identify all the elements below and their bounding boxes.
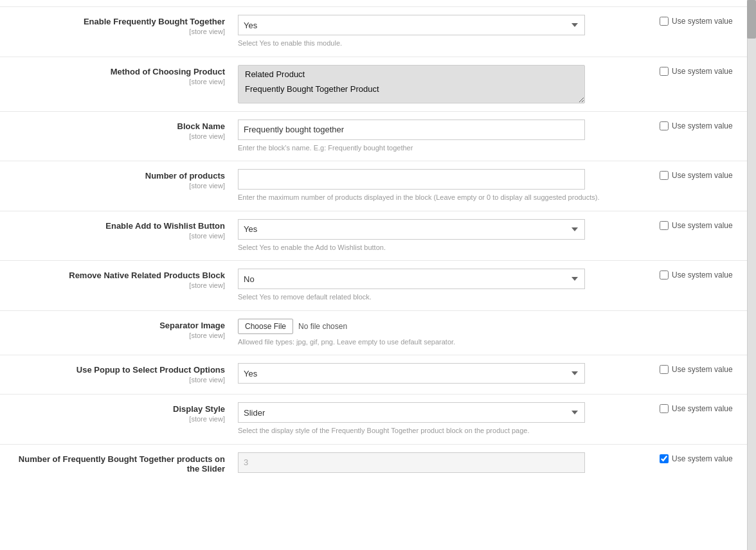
value-cell-enable-fbt: YesNoSelect Yes to enable this module. [238,7,653,57]
config-row-use-popup: Use Popup to Select Product Options[stor… [0,355,756,395]
scrollbar[interactable] [747,0,756,550]
config-table: Enable Frequently Bought Together[store … [0,6,756,483]
multiselect-method-choosing[interactable]: Related ProductFrequently Bought Togethe… [238,65,585,103]
config-row-separator-image: Separator Image[store view]Choose FileNo… [0,310,756,355]
use-system-label-use-popup[interactable]: Use system value [660,365,737,374]
use-system-text-number-fbt-slider: Use system value [672,454,733,463]
use-system-text-enable-wishlist: Use system value [672,221,733,230]
input-number-products[interactable] [238,169,585,190]
label-cell-display-style: Display Style[store view] [0,395,238,445]
config-row-number-fbt-slider: Number of Frequently Bought Together pro… [0,444,756,483]
use-system-text-use-popup: Use system value [672,365,733,374]
field-label-separator-image: Separator Image [6,321,225,330]
use-system-checkbox-enable-fbt[interactable] [660,17,669,26]
hint-separator-image: Allowed file types: jpg, gif, png. Leave… [238,337,644,348]
hint-number-products: Enter the maximum number of products dis… [238,192,644,203]
use-system-checkbox-use-popup[interactable] [660,365,669,374]
select-remove-native[interactable]: NoYes [238,269,585,289]
value-cell-method-choosing: Related ProductFrequently Bought Togethe… [238,57,653,111]
field-label-number-products: Number of products [6,171,225,181]
use-system-label-display-style[interactable]: Use system value [660,404,737,413]
label-cell-number-products: Number of products[store view] [0,161,238,211]
use-system-label-method-choosing[interactable]: Use system value [660,67,737,76]
use-system-checkbox-enable-wishlist[interactable] [660,221,669,230]
field-label-use-popup: Use Popup to Select Product Options [6,365,225,375]
config-row-block-name: Block Name[store view]Enter the block's … [0,111,756,161]
value-cell-block-name: Enter the block's name. E.g: Frequently … [238,111,653,161]
label-cell-enable-wishlist: Enable Add to Wishlist Button[store view… [0,211,238,261]
use-system-label-remove-native[interactable]: Use system value [660,271,737,279]
choose-file-button[interactable]: Choose File [238,319,293,334]
hint-enable-wishlist: Select Yes to enable the Add to Wishlist… [238,242,644,253]
use-system-text-remove-native: Use system value [672,271,733,279]
label-cell-remove-native: Remove Native Related Products Block[sto… [0,261,238,311]
use-system-cell-display-style: Use system value [653,395,756,445]
value-cell-number-products: Enter the maximum number of products dis… [238,161,653,211]
field-label-remove-native: Remove Native Related Products Block [6,271,225,280]
field-label-block-name: Block Name [6,121,225,131]
value-cell-number-fbt-slider [238,444,653,483]
use-system-label-number-fbt-slider[interactable]: Use system value [660,454,737,463]
value-cell-remove-native: NoYesSelect Yes to remove default relate… [238,261,653,311]
use-system-label-enable-fbt[interactable]: Use system value [660,17,737,26]
store-view-enable-fbt: [store view] [189,28,225,35]
use-system-cell-number-fbt-slider: Use system value [653,444,756,483]
store-view-separator-image: [store view] [189,332,225,339]
use-system-text-block-name: Use system value [672,121,733,130]
hint-remove-native: Select Yes to remove default related blo… [238,292,644,303]
input-block-name[interactable] [238,120,585,140]
config-row-method-choosing: Method of Choosing Product[store view]Re… [0,57,756,111]
select-display-style[interactable]: SliderList [238,402,585,423]
use-system-checkbox-method-choosing[interactable] [660,67,669,76]
hint-display-style: Select the display style of the Frequent… [238,425,644,436]
select-enable-fbt[interactable]: YesNo [238,15,585,35]
use-system-cell-method-choosing: Use system value [653,57,756,111]
value-cell-separator-image: Choose FileNo file chosenAllowed file ty… [238,310,653,355]
config-row-display-style: Display Style[store view]SliderListSelec… [0,395,756,445]
label-cell-use-popup: Use Popup to Select Product Options[stor… [0,355,238,395]
use-system-cell-remove-native: Use system value [653,261,756,311]
use-system-checkbox-block-name[interactable] [660,121,669,130]
use-system-cell-separator-image [653,310,756,355]
store-view-block-name: [store view] [189,132,225,140]
label-cell-enable-fbt: Enable Frequently Bought Together[store … [0,7,238,57]
use-system-checkbox-remove-native[interactable] [660,271,669,279]
scrollbar-thumb[interactable] [747,0,756,39]
store-view-method-choosing: [store view] [189,78,225,85]
use-system-cell-enable-fbt: Use system value [653,7,756,57]
field-label-number-fbt-slider: Number of Frequently Bought Together pro… [6,454,225,474]
field-label-enable-fbt: Enable Frequently Bought Together [6,17,225,26]
use-system-checkbox-number-products[interactable] [660,171,669,180]
store-view-display-style: [store view] [189,415,225,423]
store-view-number-products: [store view] [189,182,225,190]
label-cell-number-fbt-slider: Number of Frequently Bought Together pro… [0,444,238,483]
file-input-wrapper-separator-image: Choose FileNo file chosen [238,319,644,334]
no-file-text: No file chosen [298,322,347,331]
use-system-cell-use-popup: Use system value [653,355,756,395]
config-row-enable-wishlist: Enable Add to Wishlist Button[store view… [0,211,756,261]
use-system-label-number-products[interactable]: Use system value [660,171,737,180]
label-cell-block-name: Block Name[store view] [0,111,238,161]
use-system-cell-block-name: Use system value [653,111,756,161]
hint-block-name: Enter the block's name. E.g: Frequently … [238,143,644,154]
config-row-enable-fbt: Enable Frequently Bought Together[store … [0,7,756,57]
label-cell-separator-image: Separator Image[store view] [0,310,238,355]
use-system-label-enable-wishlist[interactable]: Use system value [660,221,737,230]
value-cell-display-style: SliderListSelect the display style of th… [238,395,653,445]
config-row-remove-native: Remove Native Related Products Block[sto… [0,261,756,311]
value-cell-enable-wishlist: YesNoSelect Yes to enable the Add to Wis… [238,211,653,261]
use-system-checkbox-number-fbt-slider[interactable] [660,454,669,463]
store-view-remove-native: [store view] [189,281,225,289]
select-use-popup[interactable]: YesNo [238,363,585,384]
input-number-fbt-slider [238,452,585,473]
label-cell-method-choosing: Method of Choosing Product[store view] [0,57,238,111]
use-system-checkbox-display-style[interactable] [660,404,669,413]
config-row-number-products: Number of products[store view]Enter the … [0,161,756,211]
field-label-enable-wishlist: Enable Add to Wishlist Button [6,221,225,231]
store-view-enable-wishlist: [store view] [189,232,225,240]
use-system-label-block-name[interactable]: Use system value [660,121,737,130]
use-system-text-method-choosing: Use system value [672,67,733,76]
select-enable-wishlist[interactable]: YesNo [238,219,585,240]
use-system-text-number-products: Use system value [672,171,733,180]
config-page: Enable Frequently Bought Together[store … [0,0,756,550]
